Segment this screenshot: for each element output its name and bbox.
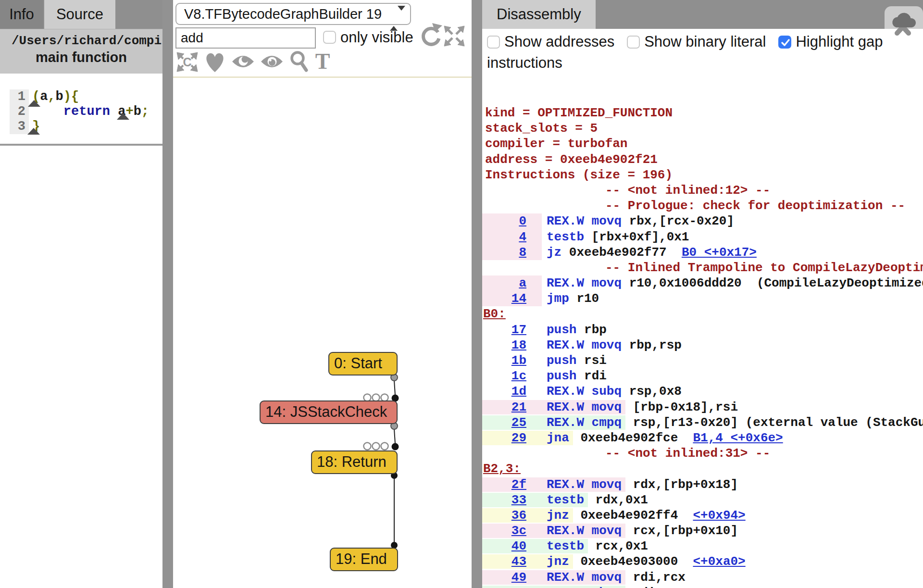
instruction-mnemonic: jnz: [547, 508, 569, 523]
instruction-mnemonic: REX.W shrq: [547, 586, 622, 588]
instruction-operands: r10: [569, 291, 599, 306]
graph-node-end[interactable]: 19: End: [330, 548, 398, 571]
asm-line: 1bpush rsi: [482, 353, 923, 368]
block-label[interactable]: B0:: [482, 307, 506, 321]
instruction-mnemonic: jnz: [547, 554, 569, 569]
instruction-offset[interactable]: 18: [511, 338, 526, 352]
asm-line: 17push rbp: [482, 322, 923, 338]
tab-info[interactable]: Info: [0, 0, 43, 29]
instruction-operands: rdx,0x1: [588, 493, 648, 507]
instruction-operands: rdi: [576, 369, 606, 383]
toggle-types-icon[interactable]: T: [315, 51, 330, 75]
asm-line: compiler = turbofan: [482, 136, 923, 151]
line-number: 1: [10, 89, 29, 104]
asm-line: -- <not inlined:31> --: [482, 446, 923, 461]
instruction-mnemonic: jna: [547, 431, 569, 445]
instruction-operands: rcx,[rbp+0x10]: [625, 524, 738, 538]
instruction-offset[interactable]: 1b: [511, 353, 526, 368]
branch-target-link[interactable]: <+0x94>: [693, 508, 745, 523]
graph-node-jsstackcheck[interactable]: 14: JSStackCheck: [260, 400, 398, 424]
option-show-binary-literal[interactable]: Show binary literal: [627, 33, 766, 50]
asm-line: 29jna 0xeeb4e902fce B1,4 <+0x6e>: [482, 430, 923, 446]
instruction-mnemonic: REX.W movq: [547, 400, 622, 414]
checkbox-icon[interactable]: [627, 36, 640, 49]
source-function-label: main function: [0, 50, 162, 65]
instruction-operands: [rbp-0x18],rsi: [625, 400, 738, 414]
source-header: /Users/richard/compil main function: [0, 29, 162, 74]
graph-edges: [173, 0, 472, 588]
hide-dead-icon[interactable]: [232, 54, 254, 72]
source-panel: Info Source /Users/richard/compil main f…: [0, 0, 162, 588]
instruction-operands: rbp: [576, 323, 606, 337]
branch-target-link[interactable]: B0 <+0x17>: [682, 245, 757, 260]
branch-target-link[interactable]: B1,4 <+0x6e>: [693, 431, 783, 445]
source-view-divider: [0, 144, 162, 146]
asm-line: 40testb rcx,0x1: [482, 538, 923, 554]
phase-select[interactable]: V8.TFBytecodeGraphBuilder 19: [175, 3, 411, 25]
instruction-offset[interactable]: 3c: [511, 524, 526, 538]
instruction-offset[interactable]: 14: [511, 291, 526, 306]
instruction-operands: 0xeeb4e902fce: [573, 431, 678, 445]
instruction-offset[interactable]: 49: [511, 570, 526, 585]
graph-node-return[interactable]: 18: Return: [311, 450, 398, 474]
asm-line: 1cpush rdi: [482, 368, 923, 384]
instruction-offset[interactable]: 17: [511, 323, 526, 337]
instruction-offset[interactable]: 21: [511, 400, 526, 414]
tab-disassembly[interactable]: Disassembly: [482, 0, 596, 29]
show-all-icon[interactable]: [204, 51, 225, 75]
instruction-mnemonic: testb: [547, 230, 584, 244]
instruction-mnemonic: REX.W movq: [547, 338, 622, 352]
option-show-addresses[interactable]: Show addresses: [487, 33, 614, 50]
graph-node-start[interactable]: 0: Start: [328, 352, 398, 375]
instruction-mnemonic: REX.W movq: [547, 276, 622, 290]
source-position-marker: [117, 113, 129, 120]
instruction-mnemonic: jz: [547, 245, 561, 260]
instruction-offset[interactable]: 33: [511, 493, 526, 507]
checkbox-icon[interactable]: [778, 36, 791, 49]
source-position-marker: [28, 100, 40, 107]
svg-text:T: T: [315, 51, 330, 73]
instruction-offset[interactable]: a: [519, 276, 526, 290]
line-number: 2: [10, 104, 29, 119]
instruction-mnemonic: REX.W movq: [547, 570, 622, 585]
checkbox-icon[interactable]: [487, 36, 500, 49]
pane-resizer-left[interactable]: [162, 0, 173, 588]
instruction-offset[interactable]: 1d: [511, 384, 526, 399]
disassembly-panel: Disassembly Show addressesShow binary li…: [482, 0, 923, 588]
instruction-offset[interactable]: 4: [519, 230, 526, 244]
instruction-offset[interactable]: 36: [511, 508, 526, 523]
reload-graph-icon[interactable]: [419, 22, 442, 50]
instruction-offset[interactable]: 8: [519, 245, 526, 260]
block-label[interactable]: B2,3:: [482, 462, 521, 476]
instruction-mnemonic: testb: [547, 493, 584, 507]
expand-graph-icon[interactable]: [443, 25, 466, 49]
instruction-offset[interactable]: 4c: [511, 586, 526, 588]
asm-line: 4cREX.W shrq rdi,32: [482, 585, 923, 588]
only-visible-checkbox[interactable]: [323, 31, 336, 44]
asm-line: B2,3:: [482, 461, 923, 476]
instruction-offset[interactable]: 40: [511, 539, 526, 553]
instruction-offset[interactable]: 2f: [511, 477, 526, 492]
asm-line: 43jnz 0xeeb4e903000 <+0xa0>: [482, 554, 923, 569]
hide-unselected-icon[interactable]: [261, 54, 283, 72]
zoom-selection-icon[interactable]: [289, 51, 309, 75]
asm-line: 21REX.W movq [rbp-0x18],rsi: [482, 400, 923, 415]
instruction-offset[interactable]: 25: [511, 415, 526, 430]
instruction-operands: rbp,rsp: [622, 338, 682, 352]
instruction-offset[interactable]: 43: [511, 554, 526, 569]
tab-source[interactable]: Source: [44, 0, 115, 29]
relayout-icon[interactable]: C: [176, 52, 198, 74]
asm-line: address = 0xeeb4e902f21: [482, 152, 923, 167]
option-label: Highlight gap: [796, 33, 883, 50]
branch-target-link[interactable]: <+0xa0>: [693, 554, 745, 569]
pane-resizer-right[interactable]: [472, 0, 482, 588]
disassembly-view: kind = OPTIMIZED_FUNCTIONstack_slots = 5…: [482, 105, 923, 588]
asm-line: 0REX.W movq rbx,[rcx-0x20]: [482, 213, 923, 229]
instruction-offset[interactable]: 29: [511, 431, 526, 445]
instruction-operands: rbx,[rcx-0x20]: [622, 214, 734, 228]
instruction-mnemonic: REX.W cmpq: [547, 415, 622, 430]
instruction-offset[interactable]: 1c: [511, 369, 526, 383]
node-search-input[interactable]: [175, 27, 316, 49]
instruction-offset[interactable]: 0: [519, 214, 526, 228]
instruction-operands: rcx,0x1: [588, 539, 648, 553]
